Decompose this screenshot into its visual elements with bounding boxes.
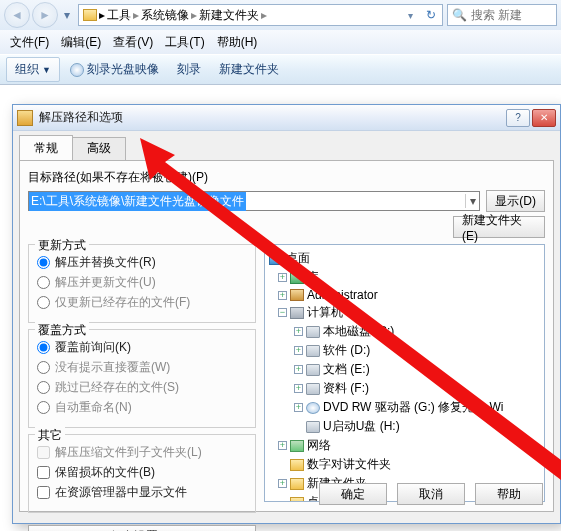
- expand-icon[interactable]: +: [294, 346, 303, 355]
- nav-back-button[interactable]: ◄: [4, 2, 30, 28]
- expand-icon[interactable]: +: [294, 403, 303, 412]
- search-placeholder: 搜索 新建: [471, 7, 522, 24]
- organize-button[interactable]: 组织▼: [6, 57, 60, 82]
- ok-button[interactable]: 确定: [319, 483, 387, 505]
- group-title: 覆盖方式: [35, 322, 89, 339]
- tree-item[interactable]: 网络: [307, 437, 331, 454]
- search-input[interactable]: 🔍 搜索 新建: [447, 4, 557, 26]
- display-button[interactable]: 显示(D): [486, 190, 545, 212]
- menu-view[interactable]: 查看(V): [109, 32, 157, 53]
- path-dropdown-icon[interactable]: ▾: [465, 194, 479, 208]
- nav-history-dropdown[interactable]: ▾: [60, 8, 74, 22]
- menu-tools[interactable]: 工具(T): [161, 32, 208, 53]
- network-icon: [290, 440, 304, 452]
- explorer-menubar: 文件(F) 编辑(E) 查看(V) 工具(T) 帮助(H): [0, 30, 561, 54]
- tree-item[interactable]: 计算机: [307, 304, 343, 321]
- expand-icon[interactable]: +: [294, 365, 303, 374]
- radio-force-overwrite[interactable]: 没有提示直接覆盖(W): [37, 359, 247, 376]
- user-icon: [290, 289, 304, 301]
- computer-icon: [290, 307, 304, 319]
- nav-forward-button[interactable]: ►: [32, 2, 58, 28]
- radio-extract-replace[interactable]: 解压并替换文件(R): [37, 254, 247, 271]
- tree-item[interactable]: 软件 (D:): [323, 342, 370, 359]
- winrar-icon: [17, 110, 33, 126]
- dialog-title: 解压路径和选项: [39, 109, 506, 126]
- radio-skip-existing[interactable]: 跳过已经存在的文件(S): [37, 379, 247, 396]
- expand-icon[interactable]: +: [294, 384, 303, 393]
- explorer-toolbar: 组织▼ 刻录光盘映像 刻录 新建文件夹: [0, 54, 561, 84]
- breadcrumb-sep: ▸: [99, 8, 105, 22]
- expand-icon[interactable]: +: [278, 291, 287, 300]
- tree-item[interactable]: Administrator: [307, 288, 378, 302]
- check-keep-broken[interactable]: 保留损坏的文件(B): [37, 464, 247, 481]
- tree-item[interactable]: 本地磁盘 (C:): [323, 323, 394, 340]
- destination-path-input[interactable]: E:\工具\系统镜像\新建文件光盘镜像文件 ▾: [28, 191, 480, 211]
- tree-item[interactable]: 文档 (E:): [323, 361, 370, 378]
- breadcrumb[interactable]: 系统镜像: [141, 7, 189, 24]
- tab-advanced[interactable]: 高级: [72, 137, 126, 162]
- misc-group: 其它 解压压缩文件到子文件夹(L) 保留损坏的文件(B) 在资源管理器中显示文件: [28, 434, 256, 513]
- folder-icon: [290, 497, 304, 503]
- menu-help[interactable]: 帮助(H): [213, 32, 262, 53]
- library-icon: [290, 272, 304, 284]
- new-folder-button[interactable]: 新建文件夹: [211, 58, 287, 81]
- update-mode-group: 更新方式 解压并替换文件(R) 解压并更新文件(U) 仅更新已经存在的文件(F): [28, 244, 256, 323]
- dvd-icon: [306, 402, 320, 414]
- radio-auto-rename[interactable]: 自动重命名(N): [37, 399, 247, 416]
- burn-button[interactable]: 刻录: [169, 58, 209, 81]
- drive-icon: [306, 326, 320, 338]
- tree-item[interactable]: 数字对讲文件夹: [307, 456, 391, 473]
- address-bar[interactable]: ▸ 工具▸ 系统镜像▸ 新建文件夹▸ ▾ ↻: [78, 4, 443, 26]
- help-button[interactable]: 帮助: [475, 483, 543, 505]
- check-show-explorer[interactable]: 在资源管理器中显示文件: [37, 484, 247, 501]
- disc-icon: [70, 63, 84, 77]
- check-subfolder[interactable]: 解压压缩文件到子文件夹(L): [37, 444, 247, 461]
- folder-icon: [290, 459, 304, 471]
- refresh-icon[interactable]: ↻: [420, 8, 442, 22]
- radio-ask-overwrite[interactable]: 覆盖前询问(K): [37, 339, 247, 356]
- drive-icon: [306, 364, 320, 376]
- tree-item[interactable]: 库: [307, 269, 319, 286]
- expand-icon[interactable]: +: [278, 273, 287, 282]
- radio-refresh-existing[interactable]: 仅更新已经存在的文件(F): [37, 294, 247, 311]
- overwrite-mode-group: 覆盖方式 覆盖前询问(K) 没有提示直接覆盖(W) 跳过已经存在的文件(S) 自…: [28, 329, 256, 428]
- address-dropdown[interactable]: ▾: [403, 10, 418, 21]
- tree-item[interactable]: DVD RW 驱动器 (G:) 修复光盘 Wi: [323, 399, 503, 416]
- menu-file[interactable]: 文件(F): [6, 32, 53, 53]
- breadcrumb[interactable]: 工具: [107, 7, 131, 24]
- expand-icon[interactable]: +: [278, 441, 287, 450]
- tree-item[interactable]: 资料 (F:): [323, 380, 369, 397]
- extract-dialog: 解压路径和选项 ? ✕ 常规 高级 目标路径(如果不存在将被创建)(P) E:\…: [12, 104, 561, 524]
- dialog-close-button[interactable]: ✕: [532, 109, 556, 127]
- folder-icon: [83, 9, 97, 21]
- cancel-button[interactable]: 取消: [397, 483, 465, 505]
- tab-general[interactable]: 常规: [19, 135, 73, 160]
- expand-icon[interactable]: +: [294, 327, 303, 336]
- drive-icon: [306, 345, 320, 357]
- group-title: 其它: [35, 427, 65, 444]
- collapse-icon[interactable]: −: [278, 308, 287, 317]
- dialog-body: 目标路径(如果不存在将被创建)(P) E:\工具\系统镜像\新建文件光盘镜像文件…: [19, 160, 554, 512]
- path-label: 目标路径(如果不存在将被创建)(P): [28, 169, 545, 186]
- drive-icon: [306, 383, 320, 395]
- tree-item[interactable]: U启动U盘 (H:): [323, 418, 400, 435]
- explorer-titlebar: ◄ ► ▾ ▸ 工具▸ 系统镜像▸ 新建文件夹▸ ▾ ↻ 🔍 搜索 新建: [0, 0, 561, 30]
- expand-icon[interactable]: +: [278, 479, 287, 488]
- dialog-tabs: 常规 高级: [13, 131, 560, 160]
- breadcrumb[interactable]: 新建文件夹: [199, 7, 259, 24]
- menu-edit[interactable]: 编辑(E): [57, 32, 105, 53]
- folder-tree[interactable]: 桌面 +库 +Administrator −计算机 +本地磁盘 (C:) +软件…: [264, 244, 545, 502]
- dialog-help-button[interactable]: ?: [506, 109, 530, 127]
- explorer-window: ◄ ► ▾ ▸ 工具▸ 系统镜像▸ 新建文件夹▸ ▾ ↻ 🔍 搜索 新建 文件(…: [0, 0, 561, 85]
- burn-image-button[interactable]: 刻录光盘映像: [62, 58, 167, 81]
- save-settings-button[interactable]: 保存设置(V): [28, 525, 256, 531]
- radio-extract-update[interactable]: 解压并更新文件(U): [37, 274, 247, 291]
- search-icon: 🔍: [452, 8, 467, 22]
- folder-icon: [290, 478, 304, 490]
- desktop-icon: [269, 253, 283, 265]
- tree-item[interactable]: 桌面: [286, 250, 310, 267]
- drive-icon: [306, 421, 320, 433]
- new-folder-button[interactable]: 新建文件夹(E): [453, 216, 545, 238]
- group-title: 更新方式: [35, 237, 89, 254]
- dialog-footer: 确定 取消 帮助: [319, 483, 543, 505]
